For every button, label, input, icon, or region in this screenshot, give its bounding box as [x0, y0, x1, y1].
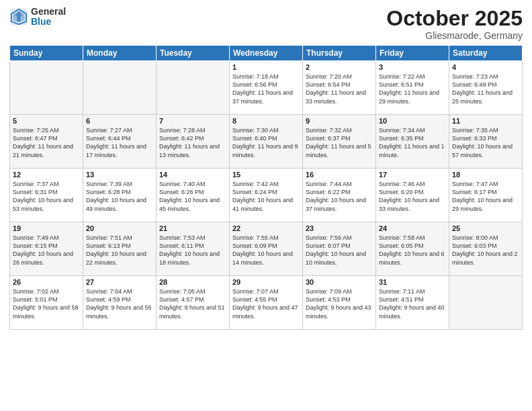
day-info: Sunrise: 7:39 AM Sunset: 6:28 PM Dayligh…: [86, 180, 153, 213]
logo: General Blue: [9, 7, 66, 28]
day-number: 21: [159, 224, 226, 232]
day-number: 24: [379, 224, 446, 232]
table-row: 7Sunrise: 7:28 AM Sunset: 6:42 PM Daylig…: [157, 115, 230, 169]
table-row: 27Sunrise: 7:04 AM Sunset: 4:59 PM Dayli…: [83, 276, 157, 330]
logo-text: General Blue: [31, 7, 66, 28]
day-info: Sunrise: 7:28 AM Sunset: 6:42 PM Dayligh…: [159, 126, 226, 159]
day-info: Sunrise: 7:05 AM Sunset: 4:57 PM Dayligh…: [159, 287, 226, 320]
day-number: 23: [306, 224, 373, 232]
table-row: 1Sunrise: 7:18 AM Sunset: 6:56 PM Daylig…: [230, 61, 303, 115]
table-row: 11Sunrise: 7:35 AM Sunset: 6:33 PM Dayli…: [449, 115, 523, 169]
table-row: 21Sunrise: 7:53 AM Sunset: 6:11 PM Dayli…: [157, 222, 230, 276]
logo-general-text: General: [31, 7, 66, 17]
table-row: 12Sunrise: 7:37 AM Sunset: 6:31 PM Dayli…: [10, 169, 83, 222]
day-info: Sunrise: 7:20 AM Sunset: 6:54 PM Dayligh…: [306, 73, 373, 105]
day-number: 15: [232, 171, 300, 179]
location: Gliesmarode, Germany: [386, 30, 523, 41]
day-info: Sunrise: 7:46 AM Sunset: 6:20 PM Dayligh…: [379, 180, 446, 213]
table-row: 2Sunrise: 7:20 AM Sunset: 6:54 PM Daylig…: [303, 61, 376, 115]
day-info: Sunrise: 8:00 AM Sunset: 6:03 PM Dayligh…: [452, 234, 519, 267]
day-info: Sunrise: 7:37 AM Sunset: 6:31 PM Dayligh…: [13, 180, 80, 213]
day-info: Sunrise: 7:35 AM Sunset: 6:33 PM Dayligh…: [452, 126, 519, 159]
day-info: Sunrise: 7:25 AM Sunset: 6:47 PM Dayligh…: [13, 126, 80, 159]
day-number: 25: [452, 224, 519, 232]
table-row: 9Sunrise: 7:32 AM Sunset: 6:37 PM Daylig…: [303, 115, 376, 169]
table-row: 24Sunrise: 7:58 AM Sunset: 6:05 PM Dayli…: [376, 222, 449, 276]
day-info: Sunrise: 7:56 AM Sunset: 6:07 PM Dayligh…: [306, 234, 373, 267]
logo-icon: [9, 7, 28, 26]
day-number: 28: [159, 278, 226, 286]
table-row: 29Sunrise: 7:07 AM Sunset: 4:55 PM Dayli…: [230, 276, 303, 330]
day-info: Sunrise: 7:32 AM Sunset: 6:37 PM Dayligh…: [306, 126, 373, 159]
table-row: 18Sunrise: 7:47 AM Sunset: 6:17 PM Dayli…: [449, 169, 523, 222]
table-row: 20Sunrise: 7:51 AM Sunset: 6:13 PM Dayli…: [83, 222, 157, 276]
day-number: 6: [86, 117, 153, 125]
day-info: Sunrise: 7:09 AM Sunset: 4:53 PM Dayligh…: [306, 287, 373, 320]
day-number: 16: [306, 171, 373, 179]
day-info: Sunrise: 7:11 AM Sunset: 4:51 PM Dayligh…: [379, 287, 446, 320]
col-monday: Monday: [83, 46, 157, 61]
day-number: 14: [159, 171, 226, 179]
day-info: Sunrise: 7:55 AM Sunset: 6:09 PM Dayligh…: [232, 234, 300, 267]
col-sunday: Sunday: [10, 46, 83, 61]
day-info: Sunrise: 7:22 AM Sunset: 6:51 PM Dayligh…: [379, 73, 446, 105]
table-row: 4Sunrise: 7:23 AM Sunset: 6:49 PM Daylig…: [449, 61, 523, 115]
day-number: 19: [13, 224, 80, 232]
table-row: [10, 61, 83, 115]
table-row: 5Sunrise: 7:25 AM Sunset: 6:47 PM Daylig…: [10, 115, 83, 169]
title-block: October 2025 Gliesmarode, Germany: [386, 7, 523, 41]
day-info: Sunrise: 7:49 AM Sunset: 6:15 PM Dayligh…: [13, 234, 80, 267]
day-info: Sunrise: 7:47 AM Sunset: 6:17 PM Dayligh…: [452, 180, 519, 213]
col-saturday: Saturday: [449, 46, 523, 61]
header: General Blue October 2025 Gliesmarode, G…: [9, 7, 523, 41]
table-row: 26Sunrise: 7:02 AM Sunset: 5:01 PM Dayli…: [10, 276, 83, 330]
day-number: 30: [306, 278, 373, 286]
day-number: 31: [379, 278, 446, 286]
day-info: Sunrise: 7:58 AM Sunset: 6:05 PM Dayligh…: [379, 234, 446, 267]
day-info: Sunrise: 7:53 AM Sunset: 6:11 PM Dayligh…: [159, 234, 226, 267]
day-number: 10: [379, 117, 446, 125]
day-number: 9: [306, 117, 373, 125]
day-number: 13: [86, 171, 153, 179]
day-number: 4: [452, 63, 519, 71]
calendar-header-row: Sunday Monday Tuesday Wednesday Thursday…: [10, 46, 523, 61]
table-row: 25Sunrise: 8:00 AM Sunset: 6:03 PM Dayli…: [449, 222, 523, 276]
day-info: Sunrise: 7:44 AM Sunset: 6:22 PM Dayligh…: [306, 180, 373, 213]
day-number: 1: [232, 63, 300, 71]
day-info: Sunrise: 7:30 AM Sunset: 6:40 PM Dayligh…: [232, 126, 300, 159]
col-wednesday: Wednesday: [230, 46, 303, 61]
table-row: 17Sunrise: 7:46 AM Sunset: 6:20 PM Dayli…: [376, 169, 449, 222]
col-tuesday: Tuesday: [157, 46, 230, 61]
table-row: 16Sunrise: 7:44 AM Sunset: 6:22 PM Dayli…: [303, 169, 376, 222]
day-number: 2: [306, 63, 373, 71]
table-row: 22Sunrise: 7:55 AM Sunset: 6:09 PM Dayli…: [230, 222, 303, 276]
col-thursday: Thursday: [303, 46, 376, 61]
day-number: 7: [159, 117, 226, 125]
table-row: 6Sunrise: 7:27 AM Sunset: 6:44 PM Daylig…: [83, 115, 157, 169]
table-row: 3Sunrise: 7:22 AM Sunset: 6:51 PM Daylig…: [376, 61, 449, 115]
day-number: 27: [86, 278, 153, 286]
logo-blue-text: Blue: [31, 17, 66, 27]
table-row: 8Sunrise: 7:30 AM Sunset: 6:40 PM Daylig…: [230, 115, 303, 169]
day-number: 20: [86, 224, 153, 232]
day-number: 18: [452, 171, 519, 179]
day-number: 17: [379, 171, 446, 179]
col-friday: Friday: [376, 46, 449, 61]
day-number: 29: [232, 278, 300, 286]
day-info: Sunrise: 7:40 AM Sunset: 6:26 PM Dayligh…: [159, 180, 226, 213]
table-row: 14Sunrise: 7:40 AM Sunset: 6:26 PM Dayli…: [157, 169, 230, 222]
table-row: 19Sunrise: 7:49 AM Sunset: 6:15 PM Dayli…: [10, 222, 83, 276]
table-row: 28Sunrise: 7:05 AM Sunset: 4:57 PM Dayli…: [157, 276, 230, 330]
table-row: 10Sunrise: 7:34 AM Sunset: 6:35 PM Dayli…: [376, 115, 449, 169]
day-number: 11: [452, 117, 519, 125]
table-row: 30Sunrise: 7:09 AM Sunset: 4:53 PM Dayli…: [303, 276, 376, 330]
day-info: Sunrise: 7:34 AM Sunset: 6:35 PM Dayligh…: [379, 126, 446, 159]
day-number: 8: [232, 117, 300, 125]
day-number: 12: [13, 171, 80, 179]
day-info: Sunrise: 7:23 AM Sunset: 6:49 PM Dayligh…: [452, 73, 519, 105]
table-row: [157, 61, 230, 115]
month-title: October 2025: [386, 7, 523, 30]
day-info: Sunrise: 7:27 AM Sunset: 6:44 PM Dayligh…: [86, 126, 153, 159]
table-row: 13Sunrise: 7:39 AM Sunset: 6:28 PM Dayli…: [83, 169, 157, 222]
day-info: Sunrise: 7:02 AM Sunset: 5:01 PM Dayligh…: [13, 287, 80, 320]
